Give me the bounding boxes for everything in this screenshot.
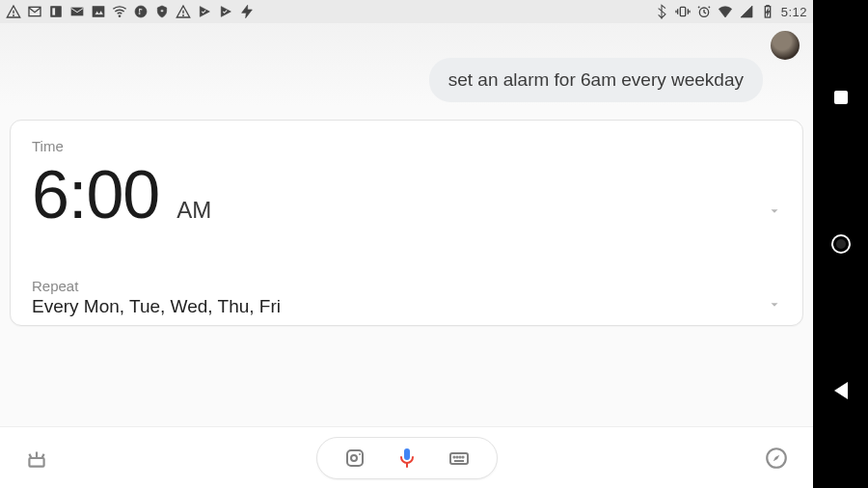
svg-point-34 bbox=[456, 456, 457, 457]
svg-marker-25 bbox=[766, 9, 770, 16]
compass-icon[interactable] bbox=[757, 446, 796, 471]
svg-rect-31 bbox=[450, 453, 468, 464]
assistant-content: set an alarm for 6am every weekday Time … bbox=[0, 23, 813, 488]
svg-rect-5 bbox=[71, 8, 83, 15]
image-icon bbox=[91, 4, 106, 19]
svg-rect-26 bbox=[29, 458, 43, 467]
gmail-icon bbox=[27, 4, 42, 19]
svg-point-13 bbox=[182, 14, 183, 15]
time-label: Time bbox=[32, 138, 781, 154]
status-time: 5:12 bbox=[781, 5, 807, 19]
shield-icon bbox=[154, 4, 170, 19]
vibrate-icon bbox=[675, 4, 691, 19]
mic-icon[interactable] bbox=[394, 446, 420, 471]
play-check-icon bbox=[218, 4, 233, 19]
keyboard-icon[interactable] bbox=[447, 446, 472, 471]
svg-point-36 bbox=[462, 456, 463, 457]
svg-marker-38 bbox=[773, 454, 780, 461]
time-value: 6:00 bbox=[32, 156, 159, 233]
svg-point-11 bbox=[161, 10, 164, 13]
time-row[interactable]: 6:00 AM bbox=[32, 156, 781, 233]
svg-rect-4 bbox=[52, 8, 55, 15]
input-pill bbox=[316, 437, 498, 479]
wifi-icon bbox=[112, 4, 127, 19]
alert-icon bbox=[6, 4, 21, 19]
music-icon bbox=[133, 4, 149, 19]
book-icon bbox=[48, 4, 64, 19]
chevron-down-icon[interactable] bbox=[768, 204, 781, 222]
bluetooth-icon bbox=[654, 4, 669, 19]
alarm-card: Time 6:00 AM Repeat Every Mon, Tue, Wed,… bbox=[10, 120, 803, 326]
repeat-label: Repeat bbox=[32, 278, 781, 294]
mail-icon bbox=[69, 4, 85, 19]
cell-signal-icon bbox=[739, 4, 754, 19]
chevron-down-icon[interactable] bbox=[768, 298, 781, 315]
status-bar: 5:12 bbox=[0, 0, 813, 23]
svg-marker-16 bbox=[242, 5, 253, 17]
wifi-signal-icon bbox=[718, 4, 733, 19]
svg-point-35 bbox=[459, 456, 460, 457]
svg-point-28 bbox=[351, 455, 357, 461]
back-button[interactable] bbox=[830, 380, 852, 401]
svg-point-10 bbox=[138, 13, 140, 14]
svg-point-8 bbox=[119, 15, 121, 17]
svg-point-33 bbox=[453, 456, 454, 457]
svg-rect-24 bbox=[766, 5, 769, 6]
repeat-row[interactable]: Every Mon, Tue, Wed, Thu, Fri bbox=[32, 296, 781, 317]
assistant-input-bar bbox=[0, 426, 813, 488]
user-avatar[interactable] bbox=[771, 31, 800, 60]
svg-point-29 bbox=[359, 453, 361, 455]
ampm-value: AM bbox=[176, 197, 211, 224]
alert-icon bbox=[176, 4, 191, 19]
android-nav-bar bbox=[813, 0, 868, 488]
svg-rect-17 bbox=[680, 7, 685, 15]
lens-icon[interactable] bbox=[342, 446, 367, 471]
svg-rect-27 bbox=[347, 450, 363, 466]
home-button[interactable] bbox=[830, 233, 852, 255]
repeat-value: Every Mon, Tue, Wed, Thu, Fri bbox=[32, 296, 281, 317]
user-message-bubble: set an alarm for 6am every weekday bbox=[429, 58, 763, 102]
battery-charging-icon bbox=[760, 4, 775, 19]
bolt-icon bbox=[239, 4, 255, 19]
explore-icon[interactable] bbox=[17, 446, 56, 471]
alarm-icon bbox=[696, 4, 712, 19]
play-check-icon bbox=[197, 4, 212, 19]
svg-point-9 bbox=[135, 6, 147, 17]
svg-point-1 bbox=[13, 14, 14, 15]
recent-apps-button[interactable] bbox=[830, 87, 852, 108]
svg-rect-6 bbox=[93, 7, 104, 17]
